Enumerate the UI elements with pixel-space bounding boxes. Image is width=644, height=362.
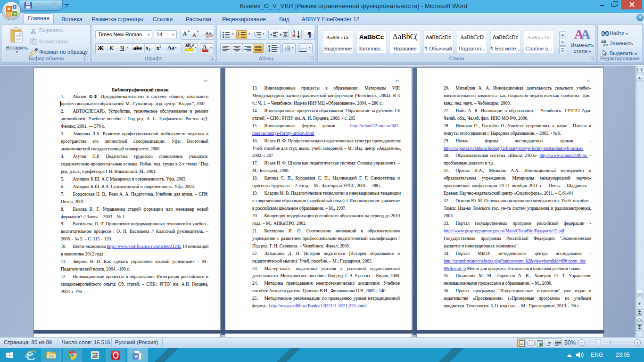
svg-text:W: W: [134, 354, 139, 359]
svg-text:i: i: [256, 36, 256, 38]
